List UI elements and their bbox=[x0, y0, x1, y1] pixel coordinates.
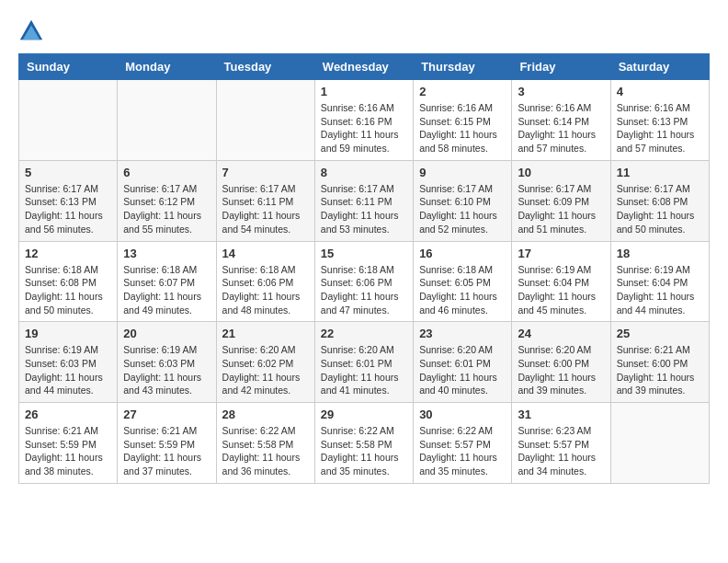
day-info: Sunrise: 6:17 AM Sunset: 6:10 PM Dayligh… bbox=[419, 182, 506, 236]
calendar-cell: 4Sunrise: 6:16 AM Sunset: 6:13 PM Daylig… bbox=[610, 80, 709, 161]
calendar-cell: 15Sunrise: 6:18 AM Sunset: 6:06 PM Dayli… bbox=[314, 241, 413, 322]
calendar-cell: 16Sunrise: 6:18 AM Sunset: 6:05 PM Dayli… bbox=[414, 241, 512, 322]
calendar-cell: 23Sunrise: 6:20 AM Sunset: 6:01 PM Dayli… bbox=[414, 322, 512, 403]
weekday-header: Wednesday bbox=[314, 54, 413, 80]
calendar-header-row: SundayMondayTuesdayWednesdayThursdayFrid… bbox=[19, 54, 710, 80]
calendar-cell: 8Sunrise: 6:17 AM Sunset: 6:11 PM Daylig… bbox=[314, 160, 413, 241]
day-info: Sunrise: 6:17 AM Sunset: 6:08 PM Dayligh… bbox=[617, 182, 703, 236]
day-number: 30 bbox=[419, 408, 506, 421]
calendar-cell: 19Sunrise: 6:19 AM Sunset: 6:03 PM Dayli… bbox=[19, 322, 118, 403]
calendar-cell: 20Sunrise: 6:19 AM Sunset: 6:03 PM Dayli… bbox=[118, 322, 216, 403]
calendar-cell: 10Sunrise: 6:17 AM Sunset: 6:09 PM Dayli… bbox=[512, 160, 610, 241]
day-number: 9 bbox=[419, 166, 506, 179]
day-info: Sunrise: 6:17 AM Sunset: 6:12 PM Dayligh… bbox=[123, 182, 210, 236]
day-info: Sunrise: 6:17 AM Sunset: 6:13 PM Dayligh… bbox=[25, 182, 111, 236]
calendar-cell: 27Sunrise: 6:21 AM Sunset: 5:59 PM Dayli… bbox=[118, 403, 216, 484]
calendar-cell: 30Sunrise: 6:22 AM Sunset: 5:57 PM Dayli… bbox=[414, 403, 512, 484]
day-info: Sunrise: 6:20 AM Sunset: 6:00 PM Dayligh… bbox=[518, 343, 604, 397]
day-info: Sunrise: 6:20 AM Sunset: 6:02 PM Dayligh… bbox=[222, 343, 309, 397]
day-info: Sunrise: 6:18 AM Sunset: 6:06 PM Dayligh… bbox=[222, 263, 309, 317]
day-info: Sunrise: 6:19 AM Sunset: 6:04 PM Dayligh… bbox=[617, 263, 703, 317]
day-number: 13 bbox=[123, 247, 210, 260]
day-number: 19 bbox=[25, 327, 111, 340]
calendar-cell bbox=[118, 80, 216, 161]
day-info: Sunrise: 6:16 AM Sunset: 6:16 PM Dayligh… bbox=[321, 101, 407, 155]
weekday-header: Monday bbox=[118, 54, 216, 80]
day-number: 4 bbox=[617, 85, 703, 98]
day-number: 10 bbox=[518, 166, 604, 179]
day-number: 2 bbox=[419, 85, 506, 98]
day-info: Sunrise: 6:21 AM Sunset: 5:59 PM Dayligh… bbox=[25, 424, 111, 478]
day-number: 1 bbox=[321, 85, 407, 98]
calendar-cell: 6Sunrise: 6:17 AM Sunset: 6:12 PM Daylig… bbox=[118, 160, 216, 241]
weekday-header: Thursday bbox=[414, 54, 512, 80]
weekday-header: Friday bbox=[512, 54, 610, 80]
calendar-cell: 21Sunrise: 6:20 AM Sunset: 6:02 PM Dayli… bbox=[216, 322, 314, 403]
day-number: 16 bbox=[419, 247, 506, 260]
calendar-week-row: 5Sunrise: 6:17 AM Sunset: 6:13 PM Daylig… bbox=[19, 160, 710, 241]
day-info: Sunrise: 6:21 AM Sunset: 6:00 PM Dayligh… bbox=[617, 343, 703, 397]
day-number: 15 bbox=[321, 247, 407, 260]
day-number: 26 bbox=[25, 408, 111, 421]
day-info: Sunrise: 6:18 AM Sunset: 6:07 PM Dayligh… bbox=[123, 263, 210, 317]
calendar-week-row: 19Sunrise: 6:19 AM Sunset: 6:03 PM Dayli… bbox=[19, 322, 710, 403]
day-number: 14 bbox=[222, 247, 309, 260]
day-number: 12 bbox=[25, 247, 111, 260]
calendar-cell: 14Sunrise: 6:18 AM Sunset: 6:06 PM Dayli… bbox=[216, 241, 314, 322]
day-info: Sunrise: 6:20 AM Sunset: 6:01 PM Dayligh… bbox=[419, 343, 506, 397]
day-info: Sunrise: 6:19 AM Sunset: 6:03 PM Dayligh… bbox=[123, 343, 210, 397]
weekday-header: Sunday bbox=[19, 54, 118, 80]
calendar-cell: 31Sunrise: 6:23 AM Sunset: 5:57 PM Dayli… bbox=[512, 403, 610, 484]
day-info: Sunrise: 6:22 AM Sunset: 5:58 PM Dayligh… bbox=[222, 424, 309, 478]
day-info: Sunrise: 6:23 AM Sunset: 5:57 PM Dayligh… bbox=[518, 424, 604, 478]
day-number: 27 bbox=[123, 408, 210, 421]
day-info: Sunrise: 6:21 AM Sunset: 5:59 PM Dayligh… bbox=[123, 424, 210, 478]
day-number: 6 bbox=[123, 166, 210, 179]
calendar-week-row: 12Sunrise: 6:18 AM Sunset: 6:08 PM Dayli… bbox=[19, 241, 710, 322]
weekday-header: Saturday bbox=[610, 54, 709, 80]
day-number: 5 bbox=[25, 166, 111, 179]
calendar-cell: 11Sunrise: 6:17 AM Sunset: 6:08 PM Dayli… bbox=[610, 160, 709, 241]
calendar-cell: 2Sunrise: 6:16 AM Sunset: 6:15 PM Daylig… bbox=[414, 80, 512, 161]
calendar-cell bbox=[610, 403, 709, 484]
day-info: Sunrise: 6:16 AM Sunset: 6:14 PM Dayligh… bbox=[518, 101, 604, 155]
day-info: Sunrise: 6:22 AM Sunset: 5:58 PM Dayligh… bbox=[321, 424, 407, 478]
calendar-cell: 5Sunrise: 6:17 AM Sunset: 6:13 PM Daylig… bbox=[19, 160, 118, 241]
calendar-cell bbox=[19, 80, 118, 161]
page-header bbox=[18, 18, 710, 44]
day-number: 11 bbox=[617, 166, 703, 179]
calendar-cell bbox=[216, 80, 314, 161]
calendar-cell: 3Sunrise: 6:16 AM Sunset: 6:14 PM Daylig… bbox=[512, 80, 610, 161]
day-info: Sunrise: 6:17 AM Sunset: 6:11 PM Dayligh… bbox=[321, 182, 407, 236]
day-info: Sunrise: 6:18 AM Sunset: 6:05 PM Dayligh… bbox=[419, 263, 506, 317]
day-info: Sunrise: 6:18 AM Sunset: 6:06 PM Dayligh… bbox=[321, 263, 407, 317]
calendar-cell: 12Sunrise: 6:18 AM Sunset: 6:08 PM Dayli… bbox=[19, 241, 118, 322]
day-number: 28 bbox=[222, 408, 309, 421]
calendar-cell: 17Sunrise: 6:19 AM Sunset: 6:04 PM Dayli… bbox=[512, 241, 610, 322]
day-number: 8 bbox=[321, 166, 407, 179]
calendar-cell: 9Sunrise: 6:17 AM Sunset: 6:10 PM Daylig… bbox=[414, 160, 512, 241]
calendar-cell: 24Sunrise: 6:20 AM Sunset: 6:00 PM Dayli… bbox=[512, 322, 610, 403]
day-number: 25 bbox=[617, 327, 703, 340]
day-info: Sunrise: 6:19 AM Sunset: 6:03 PM Dayligh… bbox=[25, 343, 111, 397]
day-info: Sunrise: 6:16 AM Sunset: 6:13 PM Dayligh… bbox=[617, 101, 703, 155]
day-number: 17 bbox=[518, 247, 604, 260]
calendar-cell: 1Sunrise: 6:16 AM Sunset: 6:16 PM Daylig… bbox=[314, 80, 413, 161]
day-info: Sunrise: 6:20 AM Sunset: 6:01 PM Dayligh… bbox=[321, 343, 407, 397]
calendar-cell: 7Sunrise: 6:17 AM Sunset: 6:11 PM Daylig… bbox=[216, 160, 314, 241]
day-info: Sunrise: 6:16 AM Sunset: 6:15 PM Dayligh… bbox=[419, 101, 506, 155]
day-number: 18 bbox=[617, 247, 703, 260]
day-number: 7 bbox=[222, 166, 309, 179]
day-number: 29 bbox=[321, 408, 407, 421]
day-info: Sunrise: 6:17 AM Sunset: 6:11 PM Dayligh… bbox=[222, 182, 309, 236]
day-info: Sunrise: 6:19 AM Sunset: 6:04 PM Dayligh… bbox=[518, 263, 604, 317]
calendar-cell: 13Sunrise: 6:18 AM Sunset: 6:07 PM Dayli… bbox=[118, 241, 216, 322]
calendar-cell: 18Sunrise: 6:19 AM Sunset: 6:04 PM Dayli… bbox=[610, 241, 709, 322]
calendar-week-row: 1Sunrise: 6:16 AM Sunset: 6:16 PM Daylig… bbox=[19, 80, 710, 161]
day-number: 23 bbox=[419, 327, 506, 340]
day-info: Sunrise: 6:22 AM Sunset: 5:57 PM Dayligh… bbox=[419, 424, 506, 478]
calendar-cell: 25Sunrise: 6:21 AM Sunset: 6:00 PM Dayli… bbox=[610, 322, 709, 403]
day-number: 20 bbox=[123, 327, 210, 340]
day-number: 3 bbox=[518, 85, 604, 98]
day-number: 31 bbox=[518, 408, 604, 421]
